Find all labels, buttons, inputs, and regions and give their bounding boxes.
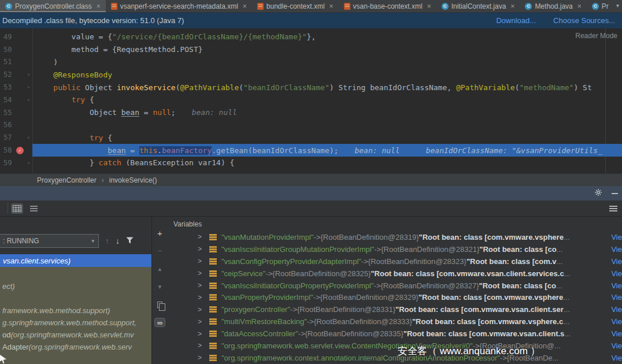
download-link[interactable]: Download... bbox=[496, 16, 536, 25]
view-link[interactable]: Vie bbox=[611, 257, 622, 266]
expand-chevron-icon[interactable]: > bbox=[198, 269, 206, 277]
variable-row[interactable]: >"vsanIscsiInitiatorGroupPropertyProvide… bbox=[168, 280, 622, 292]
variable-value: "Root bean: class [com.vmware.vsphere bbox=[419, 233, 564, 242]
variable-row[interactable]: >"ceipService" -> {RootBeanDefinition@28… bbox=[168, 268, 622, 280]
breadcrumb-method[interactable]: invokeService() bbox=[109, 176, 157, 184]
tab-bundle-context.xml[interactable]: bundle-context.xml× bbox=[252, 0, 339, 12]
close-icon[interactable]: × bbox=[243, 2, 247, 10]
view-link[interactable]: Vie bbox=[611, 233, 622, 242]
remove-watch-icon[interactable]: − bbox=[158, 246, 162, 255]
fold-icon[interactable]: ▿ bbox=[25, 160, 32, 166]
tab-overflow-chevron-icon[interactable]: ▾ bbox=[615, 2, 620, 9]
copy-icon[interactable] bbox=[157, 300, 162, 309]
frame-row[interactable]: od (org.springframework.web.servlet.mv bbox=[0, 329, 151, 341]
tab-ProxygenController.class[interactable]: CProxygenController.class× bbox=[0, 0, 106, 12]
close-icon[interactable]: × bbox=[427, 2, 431, 10]
expand-chevron-icon[interactable]: > bbox=[198, 341, 206, 350]
frame-row[interactable]: Adapter (org.springframework.web.serv bbox=[0, 341, 151, 353]
frame-row[interactable]: g.springframework.web.method.support, bbox=[0, 317, 151, 329]
variable-row[interactable]: >"vsanConfigPropertyProviderAdapterImpl"… bbox=[168, 255, 622, 268]
scroll-down-icon[interactable]: ▼ bbox=[157, 282, 163, 291]
arrow-text: -> bbox=[290, 305, 297, 314]
view-link[interactable]: Vie bbox=[611, 305, 622, 314]
expand-chevron-icon[interactable]: > bbox=[198, 281, 206, 289]
expand-chevron-icon[interactable]: > bbox=[198, 245, 206, 253]
breadcrumb-class[interactable]: ProxygenController bbox=[37, 176, 97, 184]
frame-row[interactable]: framework.web.method.support) bbox=[0, 304, 151, 317]
breakpoint-icon[interactable]: ✓ bbox=[16, 147, 24, 154]
reader-mode-toggle[interactable]: Reader Mode bbox=[575, 32, 617, 40]
view-link[interactable]: Vie bbox=[611, 341, 622, 350]
fold-icon[interactable]: ▿ bbox=[25, 72, 32, 77]
minimize-icon[interactable] bbox=[612, 193, 618, 194]
arrow-text: -> bbox=[314, 233, 321, 242]
tab-vsanperf-service-search-metadata.xml[interactable]: vsanperf-service-search-metadata.xml× bbox=[106, 0, 252, 12]
expand-chevron-icon[interactable]: > bbox=[198, 354, 206, 362]
expand-chevron-icon[interactable]: > bbox=[198, 318, 206, 326]
view-link[interactable]: Vie bbox=[611, 245, 622, 254]
variable-row[interactable]: >"vsanMutationProviderImpl" -> {RootBean… bbox=[168, 231, 622, 243]
variable-row[interactable]: >"multiVmRestoreBacking" -> {RootBeanDef… bbox=[168, 315, 622, 328]
frame-row[interactable] bbox=[0, 292, 151, 304]
frame-down-icon[interactable]: ↓ bbox=[116, 236, 120, 246]
variable-row[interactable]: >"dataAccessController" -> {RootBeanDefi… bbox=[168, 328, 622, 340]
truncation-dots: ... bbox=[564, 233, 570, 242]
variable-row[interactable]: >"vsanIscsiInitiatorGroupMutationProvide… bbox=[168, 243, 622, 255]
view-link[interactable]: Vie bbox=[611, 281, 622, 290]
decompiled-banner: Decompiled .class file, bytecode version… bbox=[0, 13, 622, 28]
close-icon[interactable]: × bbox=[510, 2, 514, 10]
variable-ref: {RootBeanDefinition@28323} bbox=[368, 257, 466, 266]
chevron-down-icon: ▾ bbox=[91, 238, 94, 244]
library-frames: ect)framework.web.method.support)g.sprin… bbox=[0, 267, 151, 364]
view-link[interactable]: Vie bbox=[611, 269, 622, 278]
fold-icon[interactable]: ▿ bbox=[25, 84, 32, 90]
view-link[interactable]: Vie bbox=[611, 329, 622, 338]
frame-row[interactable] bbox=[0, 268, 151, 280]
expand-chevron-icon[interactable]: > bbox=[198, 294, 206, 302]
variable-value: "Root bean: class [com.vmware.vsan.clien… bbox=[395, 305, 564, 314]
gear-icon[interactable] bbox=[594, 188, 602, 198]
code-line-56: 56 bbox=[0, 119, 622, 132]
variable-row[interactable]: >"org.springframework.context.annotation… bbox=[168, 352, 622, 364]
tab-Method.java[interactable]: CMethod.java× bbox=[520, 0, 586, 12]
xml-file-icon bbox=[111, 3, 117, 10]
frame-up-icon[interactable]: ↑ bbox=[105, 236, 109, 246]
filter-icon[interactable] bbox=[126, 237, 134, 246]
fold-icon[interactable]: ▿ bbox=[25, 135, 32, 140]
variables-view-button[interactable] bbox=[11, 203, 23, 214]
line-number: 50 bbox=[0, 46, 15, 54]
expand-chevron-icon[interactable]: > bbox=[198, 330, 206, 338]
expand-chevron-icon[interactable]: > bbox=[198, 233, 206, 241]
fold-icon[interactable]: ▿ bbox=[25, 97, 32, 103]
view-link[interactable]: Vie bbox=[611, 317, 622, 326]
selected-frame[interactable]: vsan.client.services) bbox=[0, 254, 151, 267]
code-editor[interactable]: Reader Mode 49 value = {"/service/{beanI… bbox=[0, 28, 622, 173]
infinity-icon[interactable]: ∞ bbox=[154, 318, 165, 327]
close-icon[interactable]: × bbox=[577, 2, 582, 10]
close-icon[interactable]: × bbox=[97, 2, 101, 10]
line-number: 54 bbox=[0, 96, 15, 104]
frame-row[interactable]: ect) bbox=[0, 280, 151, 292]
tab-Pr[interactable]: CPr bbox=[587, 0, 614, 12]
expand-chevron-icon[interactable]: > bbox=[198, 257, 206, 265]
layout-settings-icon[interactable] bbox=[30, 206, 38, 211]
bean-icon bbox=[209, 306, 217, 313]
variable-row[interactable]: >"org.springframework.web.servlet.view.C… bbox=[168, 340, 622, 352]
close-icon[interactable]: × bbox=[329, 2, 334, 10]
variable-row[interactable]: >"vsanPropertyProviderImpl" -> {RootBean… bbox=[168, 291, 622, 303]
variable-row[interactable]: >"proxygenController" -> {RootBeanDefini… bbox=[168, 303, 622, 315]
code-text: @ResponseBody bbox=[32, 70, 112, 79]
thread-dropdown[interactable]: : RUNNING ▾ bbox=[0, 234, 99, 248]
arrow-text: -> bbox=[313, 293, 320, 302]
choose-sources-link[interactable]: Choose Sources... bbox=[553, 16, 615, 25]
view-link[interactable]: Vie bbox=[611, 354, 622, 362]
variable-value: "Root bean: class [com.vmware.vsphere.c bbox=[412, 317, 563, 326]
tab-vsan-base-context.xml[interactable]: vsan-base-context.xml× bbox=[339, 0, 436, 12]
tab-InitialContext.java[interactable]: CInitialContext.java× bbox=[436, 0, 520, 12]
add-watch-icon[interactable]: + bbox=[157, 228, 162, 237]
scroll-up-icon[interactable]: ▲ bbox=[157, 264, 163, 273]
variable-text: "ceipService" -> {RootBeanDefinition@283… bbox=[221, 269, 609, 278]
view-link[interactable]: Vie bbox=[611, 293, 622, 302]
menu-icon[interactable] bbox=[609, 206, 617, 211]
expand-chevron-icon[interactable]: > bbox=[198, 306, 206, 314]
